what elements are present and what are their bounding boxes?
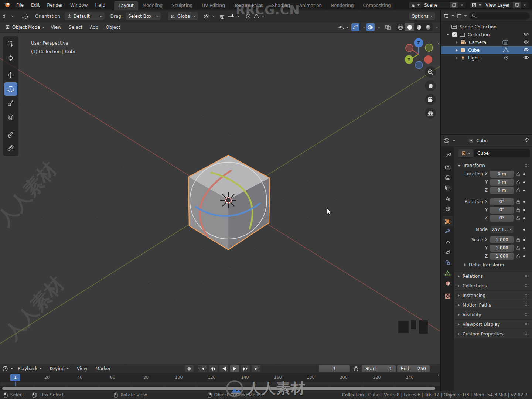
section-instancing[interactable]: Instancing [454,290,532,300]
tab-view-layer[interactable] [442,183,453,193]
transform-panel-header[interactable]: Transform [456,161,531,170]
lock-icon[interactable] [514,172,523,176]
lock-icon[interactable] [514,238,523,242]
animate-dot[interactable] [523,201,525,203]
panel-grip[interactable] [523,303,528,307]
drag-dropdown[interactable]: Select Box [126,12,161,20]
end-frame-field[interactable]: End250 [397,365,430,372]
object-name-field[interactable]: Cube [474,149,530,157]
expand-icon[interactable] [456,41,458,44]
outliner-item-camera[interactable]: Camera [441,38,532,46]
transform-space-dropdown[interactable]: Global [168,12,198,20]
eye-icon[interactable] [523,48,529,53]
collection-checkbox[interactable]: ✓ [452,32,457,37]
outliner-scene-collection[interactable]: Scene Collection [441,23,532,31]
rotation-z-field[interactable]: 0° [490,215,514,222]
unlink-scene-button[interactable]: ✕ [458,3,466,8]
new-scene-button[interactable] [450,2,458,8]
menu-keying[interactable]: Keying [47,366,72,371]
tab-uv-editing[interactable]: UV Editing [197,1,230,10]
editor-type-selector[interactable] [2,13,14,19]
expand-icon[interactable] [456,49,458,52]
start-frame-field[interactable]: Start1 [362,365,396,372]
current-frame-field[interactable]: 1 [319,365,350,372]
menu-render[interactable]: Render [43,3,66,8]
menu-edit[interactable]: Edit [27,3,43,8]
outliner-item-cube[interactable]: Cube [441,46,532,54]
tool-measure[interactable] [4,141,17,155]
tab-compositing[interactable]: Compositing [358,1,395,10]
shading-material-button[interactable] [414,23,423,31]
shading-rendered-button[interactable] [423,23,433,31]
panel-grip[interactable] [523,332,528,335]
gizmos-dropdown-chevron[interactable] [363,27,365,28]
expand-icon[interactable] [456,57,458,59]
shading-solid-button[interactable] [405,23,414,31]
zoom-button[interactable] [425,66,436,78]
outliner-display-mode[interactable] [456,13,467,18]
timeline-editor-type[interactable] [2,366,13,372]
lock-icon[interactable] [514,200,523,204]
new-view-layer-button[interactable] [513,2,521,8]
gizmos-toggle[interactable] [351,23,359,31]
expand-icon[interactable] [446,34,449,35]
tab-modeling[interactable]: Modeling [138,1,168,10]
options-dropdown[interactable]: Options [409,12,435,20]
menu-view[interactable]: View [48,25,65,30]
scene-selector[interactable]: Scene ✕ [409,1,466,9]
section-collections[interactable]: Collections [454,281,532,290]
overlays-toggle[interactable] [366,23,375,31]
lock-icon[interactable] [514,246,523,250]
tab-sculpting[interactable]: Sculpting [167,1,197,10]
panel-grip[interactable] [523,313,528,316]
prev-keyframe-button[interactable] [209,365,218,372]
rotation-x-field[interactable]: 0° [490,198,514,205]
next-keyframe-button[interactable] [241,365,250,372]
animate-dot[interactable] [523,239,525,241]
proportional-editing-icon[interactable] [245,13,251,19]
menu-file[interactable]: File [13,3,27,8]
location-z-field[interactable]: 0 m [490,187,514,194]
nav-gizmo[interactable]: Z Y [405,38,433,69]
tool-move[interactable] [4,68,17,82]
animate-dot[interactable] [523,209,525,211]
view-layer-name[interactable]: View Layer [482,3,513,8]
record-button[interactable] [185,365,194,372]
playhead-line[interactable] [15,382,16,386]
tool-transform[interactable] [4,110,17,124]
light-data-icon[interactable] [503,55,509,62]
panel-grip[interactable] [523,164,528,167]
tab-object-data[interactable] [442,268,453,278]
sidebar-toggle-arrow[interactable]: ‹ [438,41,440,46]
camera-view-button[interactable] [425,94,436,105]
tool-select-box[interactable] [4,37,17,51]
jump-start-button[interactable] [198,365,207,372]
timeline-collapse-arrow[interactable]: ‹ [437,372,439,378]
menu-marker[interactable]: Marker [92,366,114,371]
view-layer-icon[interactable] [470,2,482,8]
tab-animation[interactable]: Animation [295,1,327,10]
eye-icon[interactable] [523,55,529,61]
eye-icon[interactable] [523,40,529,45]
rotation-mode-dropdown[interactable]: XYZ E.. [490,226,514,233]
section-relations[interactable]: Relations [454,271,532,281]
panel-grip[interactable] [523,323,528,326]
viewport-canvas[interactable]: Z Y [0,33,440,364]
menu-select[interactable]: Select [65,25,86,30]
lock-icon[interactable] [514,180,523,184]
tab-material[interactable] [442,278,453,289]
scale-x-field[interactable]: 1.000 [490,236,514,243]
outliner-collection[interactable]: ✓ Collection [441,31,532,38]
pivot-point-dropdown[interactable] [203,13,215,19]
section-motion-paths[interactable]: Motion Paths [454,300,532,310]
animate-dot[interactable] [523,217,525,219]
tab-physics[interactable] [442,247,453,258]
tool-scale[interactable] [4,96,17,110]
menu-object[interactable]: Object [102,25,123,30]
location-y-field[interactable]: 0 m [490,179,514,186]
animate-dot[interactable] [523,255,525,257]
section-viewport-display[interactable]: Viewport Display [454,319,532,329]
properties-editor-type[interactable] [444,138,455,143]
timeline-ruler[interactable]: 1 20 40 60 80 100 120 140 160 180 200 22… [0,374,440,382]
play-reverse-button[interactable] [219,365,228,372]
